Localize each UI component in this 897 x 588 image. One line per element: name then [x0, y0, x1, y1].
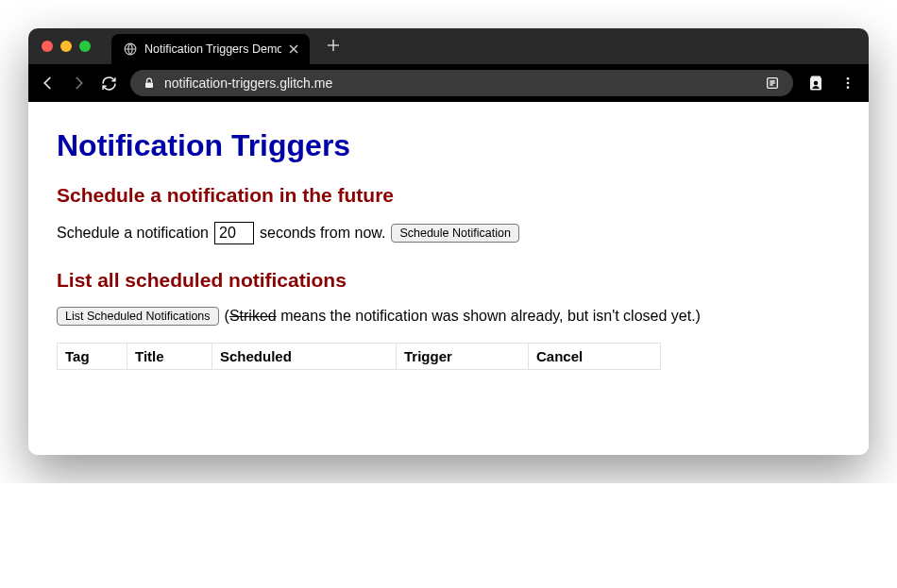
svg-point-3: [814, 81, 819, 86]
schedule-suffix-text: seconds from now.: [260, 225, 385, 242]
list-note: (Striked means the notification was show…: [225, 308, 701, 325]
address-bar[interactable]: notification-triggers.glitch.me: [130, 70, 793, 96]
forward-button[interactable]: [70, 75, 87, 92]
col-cancel: Cancel: [529, 344, 661, 370]
list-controls: List Scheduled Notifications (Striked me…: [57, 307, 840, 326]
url-text: notification-triggers.glitch.me: [164, 76, 755, 91]
svg-rect-1: [145, 83, 153, 89]
browser-tab[interactable]: Notification Triggers Demo: [111, 34, 310, 64]
svg-point-5: [847, 82, 850, 85]
schedule-heading: Schedule a notification in the future: [57, 184, 840, 207]
page-content: Notification Triggers Schedule a notific…: [28, 102, 869, 455]
svg-point-6: [847, 86, 850, 89]
account-icon[interactable]: [806, 74, 825, 92]
col-scheduled: Scheduled: [212, 344, 397, 370]
browser-window: Notification Triggers Demo: [28, 28, 869, 455]
svg-point-4: [847, 77, 850, 80]
tab-bar: Notification Triggers Demo: [28, 28, 869, 64]
col-title: Title: [127, 344, 212, 370]
close-tab-icon[interactable]: [289, 42, 298, 57]
tab-title: Notification Triggers Demo: [144, 42, 281, 56]
reader-mode-icon[interactable]: [765, 76, 780, 91]
list-scheduled-button[interactable]: List Scheduled Notifications: [57, 307, 219, 326]
back-button[interactable]: [40, 75, 57, 92]
new-tab-button[interactable]: [327, 37, 340, 57]
window-controls: [42, 41, 91, 52]
seconds-input[interactable]: [214, 222, 254, 244]
lock-icon: [144, 76, 155, 90]
browser-toolbar: notification-triggers.glitch.me: [28, 64, 869, 102]
notifications-table: Tag Title Scheduled Trigger Cancel: [57, 343, 661, 370]
schedule-prefix-text: Schedule a notification: [57, 225, 209, 242]
col-tag: Tag: [58, 344, 127, 370]
col-trigger: Trigger: [397, 344, 529, 370]
schedule-notification-button[interactable]: Schedule Notification: [391, 224, 518, 243]
list-heading: List all scheduled notifications: [57, 269, 840, 292]
table-header-row: Tag Title Scheduled Trigger Cancel: [58, 344, 661, 370]
minimize-window-button[interactable]: [60, 41, 72, 52]
menu-icon[interactable]: [838, 74, 857, 92]
globe-icon: [123, 42, 137, 57]
reload-button[interactable]: [100, 75, 117, 92]
close-window-button[interactable]: [42, 41, 53, 52]
schedule-form: Schedule a notification seconds from now…: [57, 222, 840, 244]
page-title: Notification Triggers: [57, 128, 840, 163]
maximize-window-button[interactable]: [79, 41, 91, 52]
striked-word: Striked: [229, 308, 277, 324]
